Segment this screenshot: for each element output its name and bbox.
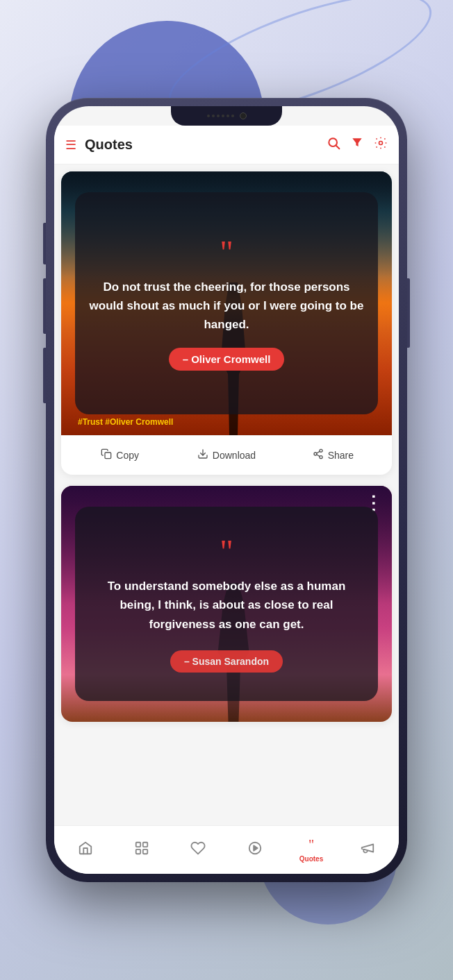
download-button[interactable]: Download bbox=[173, 444, 279, 466]
home-icon bbox=[78, 840, 93, 860]
svg-line-9 bbox=[316, 451, 320, 453]
bottom-nav: " Quotes bbox=[54, 825, 399, 874]
side-button-vol-up bbox=[43, 278, 46, 334]
quotes-nav-label: Quotes bbox=[299, 855, 323, 863]
action-bar-1: Copy Download bbox=[61, 435, 392, 475]
svg-marker-15 bbox=[254, 845, 258, 850]
play-icon bbox=[247, 840, 263, 860]
quote-card-1-inner: " Do not trust the cheering, for those p… bbox=[75, 192, 378, 414]
side-button-silent bbox=[43, 223, 46, 264]
heart-icon bbox=[190, 840, 206, 860]
svg-rect-12 bbox=[136, 849, 140, 853]
quote-card-1: " Do not trust the cheering, for those p… bbox=[61, 171, 392, 475]
top-bar: ☰ Quotes bbox=[54, 126, 399, 164]
phone-outer: ☰ Quotes bbox=[0, 0, 453, 980]
svg-rect-10 bbox=[136, 842, 140, 846]
page-title: Quotes bbox=[85, 137, 327, 153]
download-label: Download bbox=[213, 450, 256, 461]
copy-button[interactable]: Copy bbox=[67, 444, 173, 466]
share-label: Share bbox=[328, 450, 354, 461]
copy-icon bbox=[101, 448, 112, 462]
quote-mark-2: " bbox=[220, 535, 233, 568]
share-button[interactable]: Share bbox=[280, 444, 386, 466]
menu-icon[interactable]: ☰ bbox=[65, 137, 76, 153]
author-badge-2: – Susan Sarandon bbox=[170, 650, 283, 673]
svg-point-2 bbox=[379, 142, 383, 145]
nav-notifications[interactable] bbox=[340, 840, 396, 860]
search-icon[interactable] bbox=[327, 136, 340, 153]
quote-card-2: ··· " To understand somebody else as a h… bbox=[61, 486, 392, 722]
share-icon bbox=[313, 448, 324, 462]
side-button-power bbox=[407, 278, 410, 348]
quote-image-1: " Do not trust the cheering, for those p… bbox=[61, 171, 392, 435]
phone-screen: ☰ Quotes bbox=[54, 106, 399, 874]
download-icon bbox=[197, 448, 208, 462]
side-button-vol-down bbox=[43, 348, 46, 403]
nav-play[interactable] bbox=[226, 840, 283, 860]
nav-quotes[interactable]: " Quotes bbox=[283, 837, 339, 863]
quote-image-2: ··· " To understand somebody else as a h… bbox=[61, 486, 392, 722]
quote-text-2: To understand somebody else as a human b… bbox=[89, 577, 364, 634]
quotes-icon: " bbox=[308, 837, 314, 853]
megaphone-icon bbox=[360, 840, 375, 860]
phone-frame: ☰ Quotes bbox=[46, 98, 407, 882]
notch-speaker bbox=[207, 115, 234, 117]
nav-home[interactable] bbox=[57, 840, 113, 860]
quote-text-1: Do not trust the cheering, for those per… bbox=[89, 278, 364, 335]
copy-label: Copy bbox=[116, 450, 139, 461]
filter-icon[interactable] bbox=[350, 136, 364, 153]
tags-1: #Trust #Oliver Cromwell bbox=[78, 417, 173, 427]
scroll-content: " Do not trust the cheering, for those p… bbox=[54, 164, 399, 825]
nav-favorites[interactable] bbox=[170, 840, 226, 860]
svg-line-1 bbox=[336, 146, 340, 149]
svg-line-8 bbox=[316, 455, 320, 457]
svg-rect-13 bbox=[143, 849, 147, 853]
svg-rect-3 bbox=[105, 453, 111, 459]
settings-icon[interactable] bbox=[374, 136, 388, 153]
quote-card-2-inner: " To understand somebody else as a human… bbox=[75, 507, 378, 701]
phone-notch bbox=[171, 106, 282, 126]
svg-rect-11 bbox=[143, 842, 147, 846]
quote-mark-1: " bbox=[220, 236, 233, 269]
author-badge-1: – Oliver Cromwell bbox=[169, 348, 285, 371]
header-icons bbox=[327, 136, 388, 153]
nav-categories[interactable] bbox=[113, 840, 170, 860]
notch-camera bbox=[240, 112, 247, 119]
categories-icon bbox=[134, 840, 149, 860]
